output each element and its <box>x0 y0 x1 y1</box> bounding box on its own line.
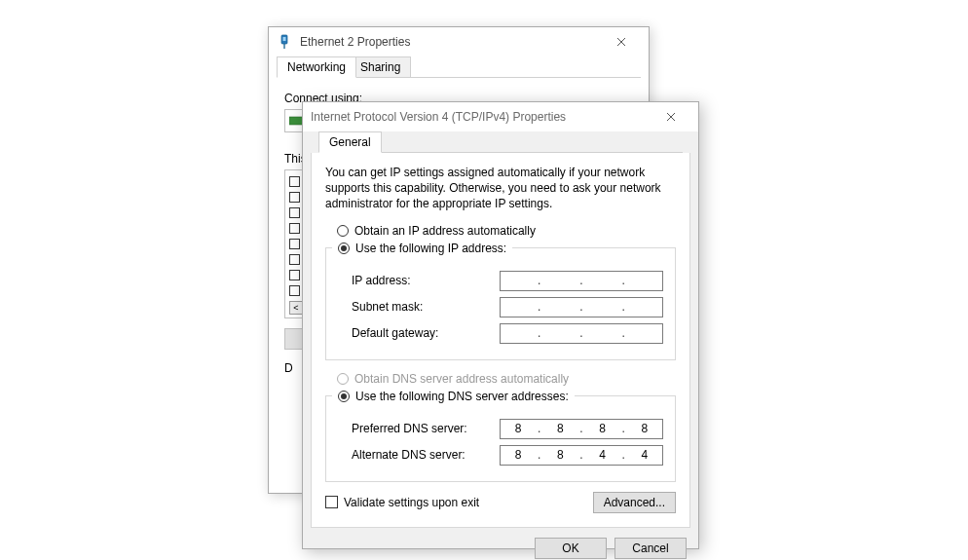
ip-address-label: IP address: <box>352 274 500 287</box>
checkbox-icon <box>325 496 338 508</box>
radio-icon <box>337 225 349 237</box>
radio-icon <box>338 243 350 254</box>
radio-dns-auto-label: Obtain DNS server address automatically <box>354 372 569 386</box>
gateway-label: Default gateway: <box>352 326 500 340</box>
titlebar-front[interactable]: Internet Protocol Version 4 (TCP/IPv4) P… <box>303 102 698 131</box>
ipv4-properties-window: Internet Protocol Version 4 (TCP/IPv4) P… <box>302 101 699 549</box>
subnet-mask-label: Subnet mask: <box>352 300 500 314</box>
preferred-dns-label: Preferred DNS server: <box>352 422 500 435</box>
tab-row-back: Networking Sharing <box>277 56 641 78</box>
alternate-dns-label: Alternate DNS server: <box>352 448 500 462</box>
radio-dns-manual-label: Use the following DNS server addresses: <box>355 390 569 403</box>
radio-dns-auto: Obtain DNS server address automatically <box>325 370 676 388</box>
close-button-front[interactable] <box>650 103 692 131</box>
window-title-front: Internet Protocol Version 4 (TCP/IPv4) P… <box>311 110 650 124</box>
radio-ip-auto-label: Obtain an IP address automatically <box>354 224 536 238</box>
svg-rect-3 <box>289 117 303 125</box>
titlebar-back[interactable]: Ethernet 2 Properties <box>269 27 649 56</box>
radio-ip-auto[interactable]: Obtain an IP address automatically <box>325 222 676 240</box>
dns-group: Use the following DNS server addresses: … <box>325 388 676 482</box>
radio-dns-manual[interactable]: Use the following DNS server addresses: <box>332 388 575 405</box>
tab-sharing[interactable]: Sharing <box>350 56 411 78</box>
radio-ip-manual[interactable]: Use the following IP address: <box>332 240 512 257</box>
radio-icon <box>337 373 349 385</box>
gateway-input[interactable]: . . . <box>500 323 663 344</box>
advanced-button[interactable]: Advanced... <box>593 492 676 513</box>
close-button-back[interactable] <box>600 28 643 56</box>
window-title-back: Ethernet 2 Properties <box>300 35 600 49</box>
radio-ip-manual-label: Use the following IP address: <box>355 242 506 255</box>
cancel-button[interactable]: Cancel <box>614 538 687 559</box>
ok-button[interactable]: OK <box>535 538 607 559</box>
tab-row-front: General <box>318 131 683 153</box>
validate-checkbox[interactable]: Validate settings upon exit <box>325 496 479 509</box>
ip-group: Use the following IP address: IP address… <box>325 240 676 360</box>
preferred-dns-input[interactable]: 8. 8. 8. 8 <box>500 419 663 439</box>
subnet-mask-input[interactable]: . . . <box>500 297 663 317</box>
intro-text: You can get IP settings assigned automat… <box>325 165 676 212</box>
radio-icon <box>338 391 350 402</box>
ethernet-icon <box>277 34 292 50</box>
tab-general[interactable]: General <box>318 131 382 153</box>
validate-label: Validate settings upon exit <box>344 496 479 509</box>
ip-address-input[interactable]: . . . <box>500 271 663 291</box>
svg-rect-1 <box>283 37 286 41</box>
tab-networking[interactable]: Networking <box>277 56 356 78</box>
alternate-dns-input[interactable]: 8. 8. 4. 4 <box>500 445 663 466</box>
